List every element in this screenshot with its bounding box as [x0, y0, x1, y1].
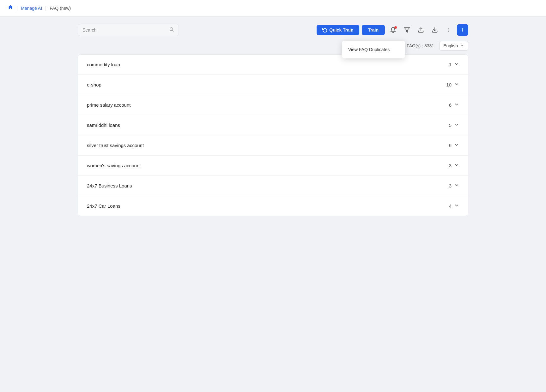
upload-button[interactable] — [415, 25, 427, 35]
language-chevron-icon — [460, 44, 464, 48]
faq-count-area: 6 — [449, 142, 459, 148]
faq-list: commodity loan 1 e-shop 10 p — [78, 54, 468, 216]
svg-point-5 — [448, 28, 449, 29]
faq-list-item[interactable]: 24x7 Business Loans 3 — [78, 176, 468, 196]
faq-item-count: 6 — [449, 102, 452, 108]
dropdown-menu: View FAQ Duplicates — [342, 41, 405, 58]
nav-separator-1: | — [16, 5, 18, 11]
faq-count-area: 3 — [449, 163, 459, 169]
faq-expand-icon[interactable] — [454, 82, 459, 88]
faq-expand-icon[interactable] — [454, 122, 459, 128]
faq-item-count: 6 — [449, 143, 452, 148]
faq-item-count: 1 — [449, 62, 452, 67]
faq-item-count: 3 — [449, 163, 452, 168]
faq-list-item[interactable]: e-shop 10 — [78, 75, 468, 95]
search-input[interactable] — [82, 27, 167, 33]
faq-list-item[interactable]: silver trust savings account 6 — [78, 135, 468, 156]
faq-item-name: 24x7 Business Loans — [87, 183, 132, 188]
svg-line-1 — [173, 30, 173, 31]
faq-expand-icon[interactable] — [454, 102, 459, 108]
train-button[interactable]: Train — [362, 25, 385, 35]
faq-list-item[interactable]: 24x7 Car Loans 4 — [78, 196, 468, 216]
faq-expand-icon[interactable] — [454, 62, 459, 68]
faq-item-count: 5 — [449, 122, 452, 128]
more-options-button[interactable] — [443, 25, 454, 35]
notification-dot — [394, 26, 397, 29]
nav-separator-2: | — [45, 5, 46, 11]
faq-expand-icon[interactable] — [454, 183, 459, 189]
search-icon — [169, 27, 174, 33]
faq-count-area: 1 — [449, 62, 459, 68]
faq-list-item[interactable]: commodity loan 1 — [78, 55, 468, 75]
faq-item-count: 3 — [449, 183, 452, 188]
toolbar-right: Quick Train Train — [317, 24, 468, 36]
faq-count-area: 5 — [449, 122, 459, 128]
notification-button[interactable] — [387, 25, 399, 35]
manage-ai-link[interactable]: Manage AI — [21, 6, 42, 11]
faq-item-count: 4 — [449, 203, 452, 209]
faq-list-item[interactable]: prime salary account 6 — [78, 95, 468, 115]
download-button[interactable] — [429, 25, 440, 35]
toolbar: Quick Train Train — [78, 24, 468, 36]
faq-item-name: samriddhi loans — [87, 122, 120, 128]
faq-count-area: 10 — [446, 82, 459, 88]
faq-list-item[interactable]: samriddhi loans 5 — [78, 115, 468, 135]
faq-list-item[interactable]: women's savings account 3 — [78, 156, 468, 176]
faq-expand-icon[interactable] — [454, 142, 459, 148]
faq-item-count: 10 — [446, 82, 452, 87]
quick-train-button[interactable]: Quick Train — [317, 25, 359, 35]
filter-button[interactable] — [401, 25, 413, 35]
language-select[interactable]: English — [439, 41, 468, 50]
faq-expand-icon[interactable] — [454, 163, 459, 169]
svg-marker-2 — [404, 28, 410, 33]
faq-item-name: e-shop — [87, 82, 101, 87]
stats-bar: Total FAQ(s) : 3331 English — [78, 41, 468, 50]
faq-item-name: silver trust savings account — [87, 143, 144, 148]
faq-item-name: 24x7 Car Loans — [87, 203, 120, 209]
language-label: English — [443, 43, 458, 48]
faq-count-area: 6 — [449, 102, 459, 108]
top-nav: | Manage AI | FAQ (new) — [0, 0, 546, 16]
svg-point-7 — [448, 32, 449, 33]
faq-breadcrumb: FAQ (new) — [50, 6, 71, 11]
faq-item-name: women's savings account — [87, 163, 141, 168]
add-button[interactable]: + — [457, 24, 468, 36]
home-icon[interactable] — [8, 4, 13, 12]
faq-item-name: prime salary account — [87, 102, 130, 108]
faq-expand-icon[interactable] — [454, 203, 459, 209]
faq-count-area: 3 — [449, 183, 459, 189]
faq-count-area: 4 — [449, 203, 459, 209]
faq-item-name: commodity loan — [87, 62, 120, 67]
svg-point-6 — [448, 30, 449, 31]
main-content: Quick Train Train — [68, 16, 478, 224]
search-box[interactable] — [78, 24, 179, 36]
view-faq-duplicates-item[interactable]: View FAQ Duplicates — [342, 43, 405, 56]
